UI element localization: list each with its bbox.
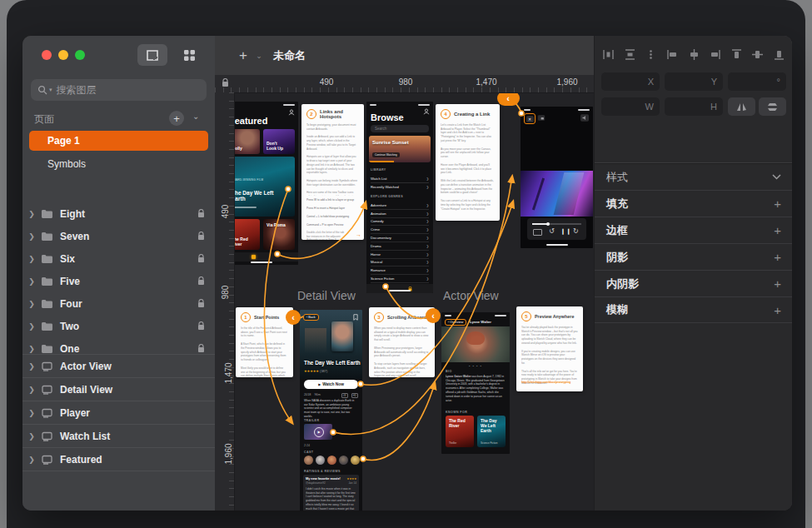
align-right-icon[interactable] — [710, 49, 720, 60]
layer-group-row[interactable]: ❯Eight — [22, 202, 215, 225]
avatar[interactable] — [316, 456, 325, 465]
section-style[interactable]: 样式 — [595, 163, 792, 190]
list-item[interactable]: Drama❯ — [371, 242, 429, 251]
chevron-right-icon[interactable]: ❯ — [22, 300, 41, 308]
pause-icon[interactable]: ❙❙ — [560, 228, 572, 235]
list-item[interactable]: Comedy❯ — [371, 218, 429, 227]
section-blur[interactable]: 模糊 + — [595, 296, 792, 323]
add-page-button[interactable]: + — [169, 111, 184, 126]
add-shadow-button[interactable]: + — [774, 250, 781, 264]
align-bottom-icon[interactable] — [774, 49, 785, 60]
canvas[interactable]: Featured Molly Don't Look Up AWARD-WINNI… — [215, 75, 594, 511]
cast-avatars[interactable] — [304, 456, 360, 465]
lock-icon[interactable] — [197, 344, 205, 353]
insert-plus-button[interactable]: + — [235, 36, 252, 75]
layer-group-row[interactable]: ❯Seven — [22, 225, 215, 247]
list-item[interactable]: Documentary❯ — [371, 234, 429, 242]
pip-icon[interactable] — [537, 114, 545, 122]
known-for-tile[interactable]: The Day We Left Earth Science Fiction — [477, 416, 506, 447]
align-middle-vertical-icon[interactable] — [752, 49, 763, 60]
lock-icon[interactable] — [197, 209, 205, 218]
audio-icon[interactable] — [580, 114, 589, 122]
back-button-link-target[interactable]: ‹ Back — [303, 314, 319, 321]
progress-thumb[interactable] — [546, 222, 550, 226]
chevron-right-icon[interactable]: ❯ — [22, 409, 41, 417]
distribute-vertical-icon[interactable] — [625, 49, 635, 60]
lock-icon[interactable] — [197, 232, 205, 241]
close-button-link-target[interactable]: ✕ — [524, 113, 536, 124]
artboard-browse[interactable]: Browse Search Sunrise Sunset Continue Wa… — [366, 102, 433, 293]
page-item-symbols[interactable]: Symbols — [22, 154, 215, 174]
review-card[interactable]: My new favorite movie! ★★★★ @daydreamer9… — [303, 475, 359, 511]
lock-icon[interactable] — [197, 321, 205, 331]
movie-tile-large[interactable]: AWARD-WINNING FILM The Day We Left Earth — [228, 157, 295, 217]
more-distribute-icon[interactable] — [645, 49, 656, 60]
section-shadow[interactable]: 阴影 + — [595, 243, 792, 270]
chevron-right-icon[interactable]: ❯ — [22, 432, 41, 441]
artboard-actor[interactable]: ‹ Overview Lynne Walter • • • • BIO Lynn… — [441, 312, 510, 454]
lock-icon[interactable] — [197, 299, 205, 308]
align-top-icon[interactable] — [731, 49, 742, 60]
layer-search-field[interactable]: ▾ 搜索图层 — [31, 79, 207, 101]
player-controls[interactable]: ↺ ❙❙ ↻ — [527, 218, 586, 240]
pages-collapse-chevron-icon[interactable]: ⌄ — [192, 112, 199, 121]
list-item[interactable]: Animation❯ — [371, 210, 429, 218]
list-item[interactable]: Musical❯ — [371, 259, 429, 267]
page-item-selected[interactable]: Page 1 — [29, 131, 208, 151]
forward-icon[interactable]: ↻ — [573, 227, 579, 235]
chevron-right-icon[interactable]: ❯ — [22, 322, 41, 331]
profile-icon[interactable] — [423, 108, 430, 115]
layer-group-row[interactable]: ❯Two — [22, 315, 215, 337]
chevron-right-icon[interactable]: ❯ — [22, 362, 41, 371]
add-fill-button[interactable]: + — [774, 197, 781, 211]
add-inner-shadow-button[interactable]: + — [774, 276, 781, 291]
sidebar-item-featured[interactable]: ❯Featured — [22, 447, 215, 471]
align-center-horizontal-icon[interactable] — [689, 49, 700, 60]
trailer-thumbnail[interactable]: ▶ — [304, 424, 332, 440]
chevron-right-icon[interactable]: ❯ — [22, 386, 41, 394]
distribute-horizontal-icon[interactable] — [603, 49, 614, 60]
tab-bar[interactable] — [225, 252, 298, 262]
close-window-button[interactable] — [42, 50, 52, 60]
actor-name-tab[interactable]: Lynne Walter — [470, 320, 491, 324]
avatar[interactable] — [304, 456, 313, 465]
add-blur-button[interactable]: + — [774, 303, 781, 317]
zoom-window-button[interactable] — [75, 50, 85, 60]
list-item[interactable]: Science Fiction❯ — [371, 275, 429, 283]
avatar[interactable] — [351, 456, 360, 465]
layer-group-row[interactable]: ❯Six — [22, 247, 215, 270]
list-item[interactable]: Watch List❯ — [371, 175, 429, 183]
section-border[interactable]: 边框 + — [595, 217, 792, 243]
height-field[interactable]: H — [665, 97, 723, 116]
ruler-lock-icon[interactable] — [222, 78, 229, 87]
lock-icon[interactable] — [197, 254, 205, 263]
y-position-field[interactable]: Y — [665, 72, 723, 91]
sidebar-item-watch-list[interactable]: ❯Watch List — [22, 424, 215, 447]
sidebar-item-actor-view[interactable]: ❯Actor View — [22, 354, 215, 377]
artboard-featured[interactable]: Featured Molly Don't Look Up AWARD-WINNI… — [225, 102, 298, 265]
artboard-detail[interactable]: ‹ Back The Day We Left Earth ★★★★★ (387)… — [300, 310, 362, 511]
horizontal-ruler[interactable]: 490 980 1,470 1,960 — [215, 75, 594, 93]
flow-cast-to-actor[interactable] — [363, 383, 435, 460]
x-position-field[interactable]: X — [601, 72, 660, 91]
search-input[interactable]: Search — [371, 125, 429, 132]
chevron-right-icon[interactable]: ❯ — [22, 210, 41, 218]
subtitles-icon[interactable] — [533, 229, 542, 236]
list-item[interactable]: Recently Watched❯ — [371, 183, 429, 191]
avatar[interactable] — [327, 456, 336, 465]
chevron-right-icon[interactable]: ❯ — [22, 456, 41, 464]
list-item[interactable]: Horror❯ — [371, 251, 429, 259]
minimize-window-button[interactable] — [58, 50, 68, 60]
canvas-view-toggle[interactable] — [137, 44, 167, 66]
list-item[interactable]: Adventure❯ — [371, 202, 429, 210]
video-frame[interactable] — [521, 171, 593, 217]
align-left-icon[interactable] — [667, 49, 678, 60]
avatar[interactable] — [339, 456, 348, 465]
chevron-right-icon[interactable]: ❯ — [22, 255, 41, 263]
chevron-right-icon[interactable]: ❯ — [22, 345, 41, 353]
feature-card[interactable]: Sunrise Sunset Continue Watching — [369, 136, 431, 162]
flip-vertical-button[interactable] — [759, 97, 786, 116]
watch-now-button[interactable]: ▶Watch Now — [304, 380, 358, 389]
documentation-link[interactable]: http://sketchapp.com/docs/prototyping — [521, 380, 583, 384]
rotation-field[interactable]: ° — [728, 72, 786, 91]
